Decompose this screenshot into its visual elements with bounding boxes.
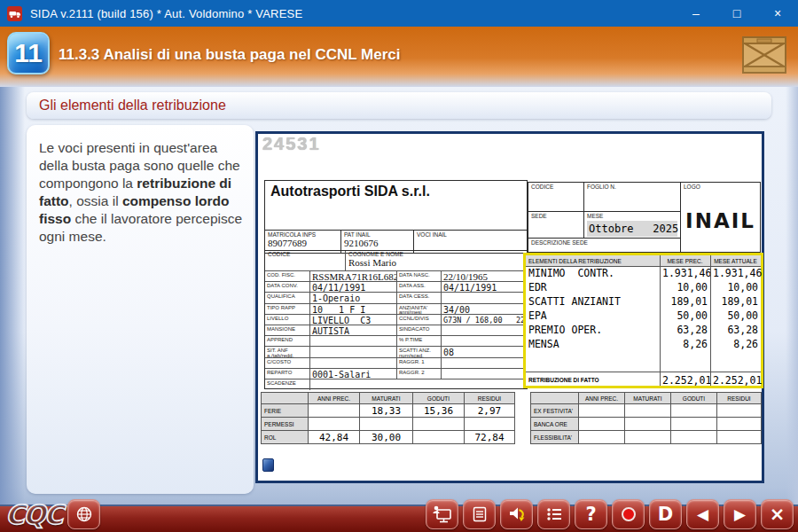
index-list-button[interactable] (537, 499, 570, 529)
section-title: Gli elementi della retribuzione (39, 98, 226, 113)
titlebar: SIDA v.2111 (build 156) * Aut. Voldomino… (0, 0, 798, 27)
monitor-person-icon (432, 505, 453, 524)
leave-table: ANNI PREC.MATURATIGODUTIRESIDUI FERIE18,… (261, 392, 515, 444)
inail-logo: INAIL (681, 209, 760, 232)
record-button[interactable] (612, 499, 645, 529)
employee-row: QUALIFICA1-Operaio DATA CESS. (265, 292, 527, 302)
company-name: Autotrasporti SIDA s.r.l. (270, 184, 521, 200)
employee-row: LIVELLOLIVELLO C3 CCNL/DIVISG73N / 168,0… (265, 314, 527, 325)
window-title: SIDA v.2111 (build 156) * Aut. Voldomino… (30, 7, 302, 20)
employee-row: DATA CONV.04/11/1991 DATA ASS.04/11/1991 (265, 281, 527, 292)
extra-hours-table: ANNI PREC.MATURATIGODUTIRESIDUI EX FESTI… (530, 392, 762, 444)
retribuzione-header: ELEMENTI DELLA RETRIBUZIONEMESE PREC.MES… (526, 255, 761, 267)
retribuzione-row: MINIMO CONTR.1.931,461.931,46 (526, 267, 761, 281)
previous-arrow-icon: ◀ (697, 507, 708, 522)
retribuzione-total-row: RETRIBUZIONE DI FATTO 2.252,01 2.252,01 (526, 372, 761, 386)
notes-button[interactable] (463, 499, 496, 529)
close-window-button[interactable]: × (757, 0, 798, 27)
audio-button[interactable] (500, 499, 533, 529)
maximize-button[interactable]: □ (716, 0, 757, 27)
previous-button[interactable]: ◀ (686, 499, 719, 529)
dictionary-button[interactable]: D (649, 499, 682, 529)
section-header: Gli elementi della retribuzione (27, 92, 771, 119)
employee-row: MANSIONEAUTISTA SINDACATO (265, 325, 527, 335)
globe-button[interactable] (67, 499, 100, 529)
question-icon: ? (585, 505, 596, 524)
month-value: Ottobre 2025 (587, 221, 677, 237)
screen-share-button[interactable] (426, 499, 458, 529)
help-button[interactable]: ? (575, 499, 607, 529)
record-icon (622, 507, 636, 521)
employee-name-row: CODICE COGNOME E NOMERossi Mario (265, 251, 527, 270)
employee-row: SIT. ANF a./tab/redd. SCATTI ANZ. num/sc… (265, 346, 527, 356)
speaker-icon (507, 505, 527, 523)
next-button[interactable]: ▶ (724, 499, 756, 529)
next-arrow-icon: ▶ (734, 507, 746, 522)
retribuzione-row: PREMIO OPER.63,2863,28 (526, 324, 761, 338)
employee-row: TIPO RAPP10 1 F I ANZIANITA' anni/mesi34… (265, 303, 527, 314)
payslip-doc-number: 24531 (262, 134, 321, 154)
employee-row: REPARTO0001-Salari RAGGR. 2 (265, 368, 527, 379)
intro-panel: Le voci presenti in quest'area della bus… (27, 125, 254, 494)
globe-icon (75, 505, 93, 523)
employee-row: APPREND % P.TIME (265, 335, 527, 346)
payslip-head-box: CODICE FOGLIO N. SEDE MESE Ottobre 2025 … (528, 182, 761, 253)
lesson-title: 11.3.3 Analisi di una busta paga nel CCN… (59, 46, 400, 64)
exit-button[interactable]: × (761, 499, 794, 529)
chapter-badge: 11 (7, 32, 50, 74)
retribuzione-row: SCATTI ANZIANIT189,01189,01 (526, 295, 761, 309)
close-icon: × (770, 505, 786, 524)
app-truck-icon (7, 6, 22, 21)
retribuzione-row: MENSA8,268,26 (526, 338, 761, 352)
minimize-button[interactable]: – (676, 0, 716, 27)
lesson-header: 11 11.3.3 Analisi di una busta paga nel … (0, 27, 798, 87)
intro-text: Le voci presenti in quest'area della bus… (39, 139, 243, 246)
retribuzione-highlight-box: ELEMENTI DELLA RETRIBUZIONEMESE PREC.MES… (523, 253, 763, 388)
retribuzione-row: EDR10,0010,00 (526, 281, 761, 295)
cqc-logo: CQC (5, 499, 62, 530)
payslip-image: 24531 Autotrasporti SIDA s.r.l. MATRICOL… (255, 131, 764, 483)
payslip-software-logo (262, 458, 274, 472)
list-icon (545, 505, 563, 523)
d-icon: D (658, 505, 673, 524)
document-icon (471, 505, 489, 523)
company-box: Autotrasporti SIDA s.r.l. (264, 180, 528, 231)
retribuzione-row: EPA50,0050,00 (526, 309, 761, 324)
employee-row: C/COSTO RAGGR. 1 (265, 357, 527, 368)
employee-box: CODICE COGNOME E NOMERossi Mario COD. FI… (264, 250, 528, 389)
crate-icon (741, 32, 787, 74)
employee-row: COD. FISC.RSSMRA71R16L682J DATA NASC.22/… (265, 270, 527, 281)
employee-row: SCADENZE (265, 379, 527, 390)
